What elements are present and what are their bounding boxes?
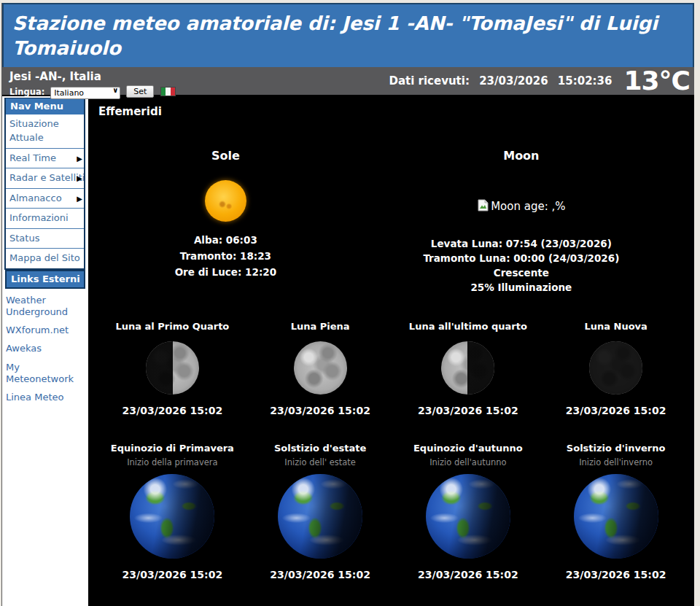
- external-links-header: Links Esterni: [5, 270, 85, 289]
- data-received: Dati ricevuti: 23/03/2026 15:02:36: [383, 74, 612, 88]
- sidebar-item-radar-e-satelliti[interactable]: Radar e Satelliti ▶: [6, 168, 84, 188]
- moon-phases-row: Luna al Primo Quarto 23/03/2026 15:02 Lu…: [98, 321, 690, 416]
- page-title: Effemeridi: [98, 105, 690, 118]
- submenu-arrow-icon: ▶: [77, 152, 82, 163]
- external-links: Weather Underground WXforum.net Awekas M…: [6, 295, 87, 404]
- sidebar-item-almanacco[interactable]: Almanacco ▶: [6, 188, 84, 209]
- data-received-label: Dati ricevuti:: [389, 74, 469, 88]
- sidebar-item-real-time[interactable]: Real Time ▶: [6, 148, 84, 168]
- broken-image-icon: [477, 199, 489, 214]
- seasons-row: Equinozio di Primavera Inizio della prim…: [98, 443, 690, 580]
- phase-full-moon: Luna Piena 23/03/2026 15:02: [246, 321, 394, 416]
- data-received-time: 15:02:36: [558, 74, 612, 88]
- sidebar: Nav Menu Situazione Attuale Real Time ▶ …: [2, 96, 88, 606]
- nav-menu: Nav Menu Situazione Attuale Real Time ▶ …: [4, 98, 85, 270]
- sidebar-item-situazione-attuale[interactable]: Situazione Attuale: [6, 114, 84, 148]
- nav-menu-header: Nav Menu: [6, 98, 84, 114]
- main-content: Effemeridi Sole Alba: 06:03 Tramonto: 18…: [88, 96, 694, 606]
- season-autumn-equinox: Equinozio d'autunno Inizio dell'autunno …: [394, 443, 542, 580]
- daylight-hours: Ore di Luce: 12:20: [98, 264, 353, 280]
- data-received-date: 23/03/2026: [479, 74, 548, 88]
- link-awekas[interactable]: Awekas: [6, 343, 87, 354]
- submenu-arrow-icon: ▶: [77, 193, 82, 203]
- earth-image: [278, 474, 362, 559]
- site-banner: Stazione meteo amatoriale di: Jesi 1 -AN…: [2, 3, 694, 67]
- current-temperature: 13°C: [623, 68, 690, 94]
- set-language-button[interactable]: Set: [126, 85, 154, 98]
- phase-new-moon: Luna Nuova 23/03/2026 15:02: [542, 321, 690, 416]
- sun-image: [205, 180, 246, 222]
- language-label: Lingua:: [9, 87, 44, 97]
- full-moon-image: [294, 341, 347, 395]
- moon-phase-name: Crescente: [353, 265, 690, 280]
- phase-first-quarter: Luna al Primo Quarto 23/03/2026 15:02: [98, 321, 246, 416]
- first-quarter-moon-image: [146, 341, 199, 395]
- sun-section: Sole Alba: 06:03 Tramonto: 18:23 Ore di …: [98, 149, 353, 295]
- link-linea-meteo[interactable]: Linea Meteo: [6, 392, 87, 403]
- sunset-time: Tramonto: 18:23: [98, 248, 353, 264]
- moon-heading: Moon: [353, 149, 690, 163]
- moonrise-time: Levata Luna: 07:54 (23/03/2026): [353, 236, 690, 251]
- link-my-meteonetwork[interactable]: My Meteonetwork: [6, 362, 87, 386]
- moon-section: Moon Moon age: ,% Levata Luna: 07:54: [353, 149, 690, 295]
- link-wxforum[interactable]: WXforum.net: [6, 325, 87, 336]
- page: Stazione meteo amatoriale di: Jesi 1 -AN…: [1, 3, 694, 606]
- phase-last-quarter: Luna all'ultimo quarto 23/03/2026 15:02: [394, 321, 542, 416]
- site-title: Stazione meteo amatoriale di: Jesi 1 -AN…: [12, 11, 681, 61]
- sun-heading: Sole: [98, 149, 353, 163]
- submenu-arrow-icon: ▶: [77, 173, 82, 184]
- moon-illumination: 25% Illuminazione: [353, 280, 690, 295]
- sidebar-item-mappa-del-sito[interactable]: Mappa del Sito: [6, 248, 84, 268]
- season-winter-solstice: Solstizio d'inverno Inizio dell'inverno …: [542, 443, 690, 580]
- sidebar-item-status[interactable]: Status: [6, 228, 84, 249]
- earth-image: [130, 474, 214, 559]
- earth-image: [426, 474, 510, 559]
- moon-age-alt-text: Moon age: ,%: [491, 200, 565, 213]
- language-select[interactable]: Italiano: [50, 87, 120, 99]
- topbar: Jesi -AN-, Italia Lingua: Italiano ∨ Set…: [2, 67, 694, 96]
- season-summer-solstice: Solstizio d'estate Inizio dell' estate 2…: [246, 443, 394, 580]
- season-spring-equinox: Equinozio di Primavera Inizio della prim…: [98, 443, 246, 580]
- link-weather-underground[interactable]: Weather Underground: [6, 295, 87, 319]
- earth-image: [574, 474, 658, 559]
- italian-flag-icon: [160, 87, 176, 96]
- moonset-time: Tramonto Luna: 00:00 (24/03/2026): [353, 251, 690, 265]
- new-moon-image: [589, 341, 642, 395]
- last-quarter-moon-image: [441, 341, 494, 395]
- sunrise-time: Alba: 06:03: [98, 232, 353, 248]
- sidebar-item-informazioni[interactable]: Informazioni: [6, 208, 84, 228]
